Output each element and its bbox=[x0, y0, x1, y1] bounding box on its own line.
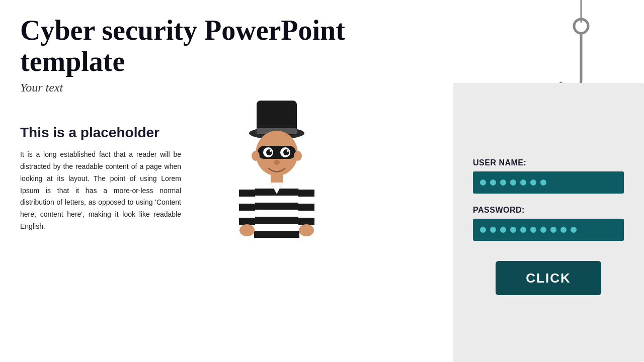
svg-rect-31 bbox=[298, 218, 314, 225]
pdot-10 bbox=[571, 227, 577, 233]
placeholder-section: This is a placeholder It is a long estab… bbox=[20, 125, 397, 233]
svg-point-16 bbox=[252, 151, 260, 161]
pdot-1 bbox=[480, 227, 486, 233]
svg-rect-18 bbox=[271, 173, 283, 184]
svg-point-14 bbox=[287, 150, 289, 152]
svg-rect-25 bbox=[239, 190, 255, 197]
pdot-3 bbox=[500, 227, 506, 233]
left-content: Cyber security PowerPoint template Your … bbox=[0, 0, 418, 362]
pdot-4 bbox=[510, 227, 516, 233]
svg-rect-21 bbox=[254, 203, 299, 210]
svg-rect-29 bbox=[298, 190, 314, 197]
svg-point-32 bbox=[239, 224, 255, 236]
svg-point-33 bbox=[299, 224, 314, 236]
right-panel: USER NAME: PASSWORD: CLICK bbox=[453, 83, 644, 362]
svg-rect-30 bbox=[298, 204, 314, 211]
svg-point-15 bbox=[274, 160, 280, 165]
click-button-label: CLICK bbox=[526, 270, 571, 286]
dot-1 bbox=[480, 179, 486, 186]
svg-rect-22 bbox=[254, 217, 299, 224]
pdot-5 bbox=[520, 227, 526, 233]
svg-rect-23 bbox=[254, 231, 299, 238]
dot-6 bbox=[530, 179, 536, 186]
pdot-7 bbox=[540, 227, 546, 233]
subtitle: Your text bbox=[20, 81, 397, 95]
burglar-illustration bbox=[226, 85, 327, 246]
svg-point-17 bbox=[294, 151, 302, 161]
pdot-6 bbox=[530, 227, 536, 233]
click-button[interactable]: CLICK bbox=[496, 261, 601, 295]
pdot-9 bbox=[560, 227, 567, 233]
main-title: Cyber security PowerPoint template bbox=[20, 15, 397, 77]
password-field bbox=[473, 219, 624, 241]
username-label: USER NAME: bbox=[473, 158, 624, 167]
login-form: USER NAME: PASSWORD: CLICK bbox=[473, 158, 624, 295]
placeholder-heading: This is a placeholder bbox=[20, 125, 397, 141]
dot-4 bbox=[510, 179, 516, 186]
svg-rect-27 bbox=[239, 218, 255, 225]
username-field bbox=[473, 171, 624, 194]
pdot-2 bbox=[490, 227, 496, 233]
svg-point-13 bbox=[270, 150, 272, 152]
password-label: PASSWORD: bbox=[473, 206, 624, 215]
pdot-8 bbox=[550, 227, 556, 233]
dot-7 bbox=[540, 179, 546, 186]
svg-rect-26 bbox=[239, 204, 255, 211]
dot-2 bbox=[490, 179, 496, 186]
dot-3 bbox=[500, 179, 506, 186]
dot-5 bbox=[520, 179, 526, 186]
placeholder-text: It is a long established fact that a rea… bbox=[20, 149, 181, 233]
